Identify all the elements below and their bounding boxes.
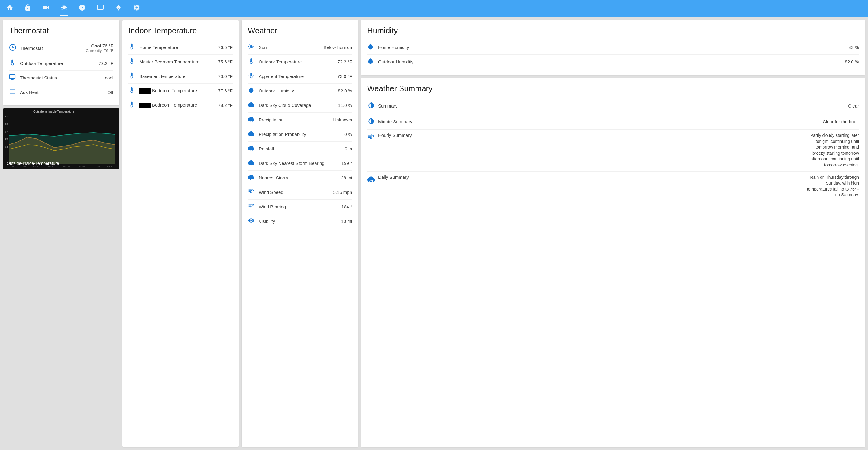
svg-marker-12 — [9, 133, 115, 164]
outdoor-humidity-row: Outdoor Humidity 82.0 % — [248, 84, 352, 98]
visibility-value: 10 mi — [341, 219, 352, 224]
top-navigation — [0, 0, 868, 17]
eth-nav-icon[interactable] — [115, 4, 122, 13]
summary-value: Clear — [848, 103, 859, 108]
home-nav-icon[interactable] — [6, 4, 13, 13]
thermostat-icon — [9, 44, 20, 53]
weather-title: Weather — [248, 26, 352, 35]
home-humidity-row: Home Humidity 43 % — [367, 40, 859, 55]
precipitation-value: Unknown — [333, 117, 352, 122]
main-content: Thermostat Thermostat Cool 76 °F Current… — [0, 17, 868, 450]
svg-text:03:30: 03:30 — [107, 165, 114, 168]
weather-outdoor-temp-icon — [248, 58, 259, 66]
storm-bearing-value: 199 ° — [342, 161, 352, 166]
svg-marker-0 — [116, 4, 121, 9]
basement-temp-icon — [128, 72, 139, 81]
wind-bearing-icon — [248, 203, 259, 211]
thermostat-value: Cool 76 °F Currently: 76 °F — [86, 43, 113, 53]
screen-nav-icon[interactable] — [97, 4, 104, 13]
home-temp-icon — [128, 43, 139, 51]
sun-row: Sun Below horizon — [248, 40, 352, 55]
weather-nav-icon[interactable] — [60, 4, 68, 13]
apparent-temp-label: Apparent Temperature — [259, 74, 337, 79]
thermostat-card: Thermostat Thermostat Cool 76 °F Current… — [3, 20, 119, 105]
cloud-coverage-value: 11.0 % — [338, 103, 352, 108]
aux-heat-icon — [9, 88, 20, 96]
apparent-temp-row: Apparent Temperature 73.0 °F — [248, 69, 352, 84]
minute-summary-icon — [367, 117, 378, 126]
thermostat-status-label: Thermostat Status — [20, 75, 105, 81]
storm-bearing-row: Dark Sky Nearest Storm Bearing 199 ° — [248, 156, 352, 171]
play-nav-icon[interactable] — [79, 4, 86, 13]
summary-icon — [367, 101, 378, 110]
hourly-summary-value: Partly cloudy starting later tonight, co… — [805, 133, 859, 168]
temperature-chart: 81 79 77 75 73 Outside vs Inside Tempera… — [3, 108, 119, 169]
svg-text:03:00: 03:00 — [94, 165, 100, 168]
outdoor-temp-icon — [9, 59, 20, 67]
master-bedroom-temp-label: Master Bedroom Temperature — [139, 59, 218, 64]
hourly-summary-icon — [367, 133, 378, 142]
weather-outdoor-temp-row: Outdoor Temperature 72.2 °F — [248, 55, 352, 69]
bedroom-temp-value-2: 78.2 °F — [218, 103, 233, 108]
outdoor-humidity-value-2: 82.0 % — [845, 59, 859, 64]
master-bedroom-temp-value: 75.6 °F — [218, 59, 233, 64]
home-temp-row: Home Temperature 76.5 °F — [128, 40, 233, 55]
bedroom-temp-row-1: Bedroom Temperature 77.6 °F — [128, 84, 233, 98]
precip-prob-value: 0 % — [344, 132, 352, 137]
daily-summary-label: Daily Summary — [378, 174, 805, 180]
camera-nav-icon[interactable] — [42, 4, 50, 13]
bedroom-temp-value-1: 77.6 °F — [218, 88, 233, 93]
summary-row: Summary Clear — [367, 98, 859, 114]
chart-label: Outside-Inside-Temperature — [7, 161, 59, 166]
indoor-temp-title: Indoor Temperature — [128, 26, 233, 35]
svg-text:02:00: 02:00 — [63, 165, 70, 168]
home-humidity-label: Home Humidity — [378, 45, 849, 50]
home-humidity-icon — [367, 43, 378, 51]
home-temp-value: 76.5 °F — [218, 45, 233, 50]
svg-text:Outside vs Inside Temperature: Outside vs Inside Temperature — [33, 110, 74, 113]
minute-summary-row: Minute Summary Clear for the hour. — [367, 114, 859, 130]
minute-summary-label: Minute Summary — [378, 119, 823, 124]
svg-rect-3 — [10, 74, 15, 78]
outdoor-humidity-row-2: Outdoor Humidity 82.0 % — [367, 55, 859, 69]
precip-prob-label: Precipitation Probability — [259, 132, 344, 137]
precipitation-label: Precipitation — [259, 117, 333, 122]
svg-text:81: 81 — [5, 115, 8, 118]
nearest-storm-label: Nearest Storm — [259, 175, 341, 180]
sun-label: Sun — [259, 45, 324, 50]
cloud-coverage-icon — [248, 101, 259, 109]
settings-nav-icon[interactable] — [133, 4, 140, 13]
svg-text:73: 73 — [5, 145, 8, 148]
master-bedroom-temp-row: Master Bedroom Temperature 75.6 °F — [128, 55, 233, 69]
wind-bearing-label: Wind Bearing — [259, 204, 342, 209]
outdoor-humidity-label-2: Outdoor Humidity — [378, 59, 845, 64]
lock-nav-icon[interactable] — [24, 4, 31, 13]
wind-bearing-row: Wind Bearing 184 ° — [248, 200, 352, 214]
daily-summary-row: Daily Summary Rain on Thursday through S… — [367, 171, 859, 201]
basement-temp-label: Basement temperature — [139, 74, 218, 79]
visibility-row: Visibility 10 mi — [248, 214, 352, 228]
daily-summary-icon — [367, 175, 378, 185]
thermostat-row: Thermostat Cool 76 °F Currently: 76 °F — [9, 40, 113, 56]
nearest-storm-row: Nearest Storm 28 mi — [248, 171, 352, 185]
indoor-temp-card: Indoor Temperature Home Temperature 76.5… — [122, 20, 239, 447]
outdoor-temp-row: Outdoor Temperature 72.2 °F — [9, 56, 113, 71]
aux-heat-value: Off — [107, 90, 113, 95]
precip-prob-icon — [248, 130, 259, 138]
aux-heat-row: Aux Heat Off — [9, 85, 113, 99]
rainfall-row: Rainfall 0 in — [248, 142, 352, 156]
nearest-storm-icon — [248, 174, 259, 182]
outdoor-temp-label: Outdoor Temperature — [20, 61, 98, 66]
outdoor-temp-value: 72.2 °F — [98, 61, 113, 66]
rainfall-label: Rainfall — [259, 146, 345, 151]
outdoor-humidity-value: 82.0 % — [338, 88, 352, 93]
hourly-summary-label: Hourly Summary — [378, 133, 805, 138]
cloud-coverage-label: Dark Sky Cloud Coverage — [259, 103, 338, 108]
minute-summary-value: Clear for the hour. — [823, 119, 859, 124]
svg-point-25 — [251, 135, 252, 136]
apparent-temp-icon — [248, 72, 259, 81]
weather-summary-title: Weather Summary — [367, 84, 859, 93]
storm-bearing-icon — [248, 159, 259, 167]
svg-text:77: 77 — [5, 130, 8, 133]
wind-speed-label: Wind Speed — [259, 190, 333, 195]
